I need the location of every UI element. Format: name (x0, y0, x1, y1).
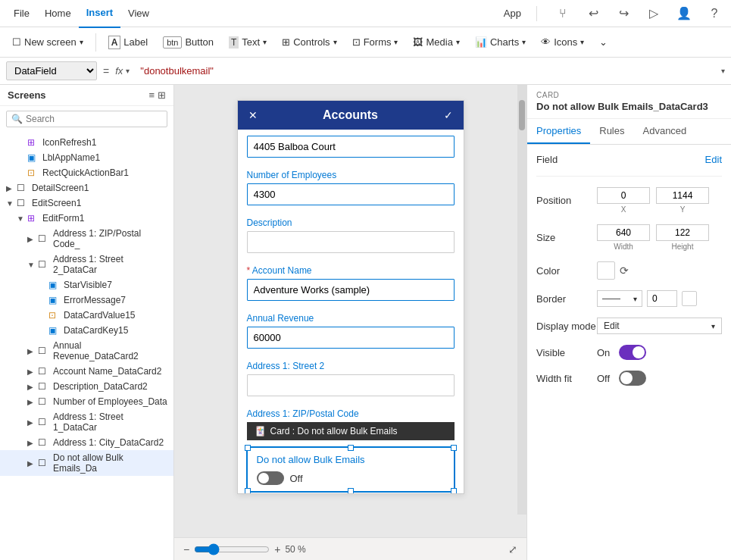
annual-revenue-label: Annual Revenue (247, 313, 455, 324)
tree-item-annualrevenue[interactable]: ▶ ☐ Annual Revenue_DataCard2 (0, 338, 173, 364)
prop-height-input[interactable] (656, 224, 709, 241)
more-button[interactable]: ⌄ (593, 33, 614, 51)
expand-icon[interactable]: ⤢ (508, 543, 517, 555)
tree-item-datacardkey15[interactable]: ▣ DataCardKey15 (0, 323, 173, 338)
border-line-preview: —— (602, 293, 620, 304)
controls-button[interactable]: ⊞ Controls ▾ (276, 33, 342, 51)
prop-position-row: Position X Y (536, 187, 722, 214)
annual-revenue-input[interactable] (247, 327, 455, 349)
tree-chevron: ▼ (27, 261, 38, 269)
color-picker-icon[interactable]: ⟳ (620, 264, 629, 277)
tree-item-address1street2[interactable]: ▼ ☐ Address 1: Street 2_DataCar (0, 252, 173, 277)
label-button[interactable]: A Label (102, 33, 154, 52)
tree-node-icon: ☐ (17, 198, 29, 208)
search-box: 🔍 (6, 111, 167, 127)
tree-node-icon: ▣ (48, 295, 61, 305)
color-swatch[interactable] (597, 261, 615, 280)
menu-insert[interactable]: Insert (79, 0, 120, 28)
prop-field-edit[interactable]: Edit (705, 154, 722, 165)
tree-item-address1street1[interactable]: ▶ ☐ Address 1: Street 1_DataCar (0, 409, 173, 435)
bulk-email-toggle[interactable] (257, 471, 284, 485)
search-input[interactable] (26, 114, 162, 124)
formula-dropdown-icon[interactable]: ▾ (721, 67, 725, 75)
visible-toggle[interactable] (619, 345, 646, 360)
tree-item-iconrefresh1[interactable]: ⊞ IconRefresh1 (0, 135, 173, 150)
text-button[interactable]: T Text ▾ (223, 33, 273, 52)
forms-button[interactable]: ⊡ Forms ▾ (346, 33, 405, 51)
user-icon[interactable]: 👤 (673, 3, 695, 24)
prop-border-style-select[interactable]: —— ▾ (597, 290, 642, 307)
label-icon: A (108, 36, 121, 49)
tree-item-description[interactable]: ▶ ☐ Description_DataCard2 (0, 379, 173, 394)
formula-field-select[interactable]: DataField (6, 61, 97, 80)
menu-home[interactable]: Home (37, 0, 79, 27)
tree-item-label: Address 1: City_DataCard2 (53, 437, 167, 448)
menu-file[interactable]: File (6, 0, 37, 27)
icons-button[interactable]: 👁 Icons ▾ (535, 33, 590, 51)
prop-x-input[interactable] (597, 187, 650, 204)
tab-rules[interactable]: Rules (590, 119, 633, 144)
tab-properties[interactable]: Properties (527, 119, 590, 144)
fx-chevron: ▾ (126, 67, 130, 75)
branch-icon[interactable]: ⑂ (552, 3, 573, 24)
tree-item-donotbulkemail[interactable]: ▶ ☐ Do not allow Bulk Emails_Da (0, 450, 173, 476)
zoom-out-button[interactable]: − (183, 543, 189, 555)
tree-item-rectquickactionbar1[interactable]: ⊡ RectQuickActionBar1 (0, 165, 173, 180)
tree-item-starvisible7[interactable]: ▣ StarVisible7 (0, 277, 173, 293)
prop-border-controls: —— ▾ (597, 290, 697, 307)
num-employees-input[interactable] (247, 183, 455, 205)
new-screen-label: New screen (24, 36, 77, 48)
tree-item-editform1[interactable]: ▼ ⊞ EditForm1 (0, 211, 173, 226)
zoom-in-button[interactable]: + (274, 543, 280, 555)
controls-icon: ⊞ (282, 36, 290, 48)
menu-view[interactable]: View (120, 0, 157, 27)
panel-icons: ≡ ⊞ (148, 89, 166, 101)
selection-handle-bm (348, 488, 354, 493)
account-name-input[interactable] (247, 279, 455, 301)
charts-label: Charts (490, 36, 519, 48)
prop-display-mode-select[interactable]: Edit ▾ (597, 318, 722, 334)
address1-street2-input[interactable] (247, 374, 455, 396)
redo-icon[interactable]: ↪ (613, 3, 634, 24)
button-button[interactable]: btn Button (157, 33, 220, 52)
prop-position-value: X Y (597, 187, 722, 214)
tree-item-datacardvalue15[interactable]: ⊡ DataCardValue15 (0, 308, 173, 323)
address1-zip-label: Address 1: ZIP/Postal Code (247, 408, 455, 419)
street-input[interactable] (247, 136, 455, 158)
play-icon[interactable]: ▷ (643, 3, 664, 24)
width-fit-toggle[interactable] (619, 371, 646, 386)
tree-item-lblappname1[interactable]: ▣ LblAppName1 (0, 150, 173, 165)
tree-item-detailscreen1[interactable]: ▶ ☐ DetailScreen1 (0, 180, 173, 196)
zoom-slider[interactable] (194, 543, 270, 555)
tree-item-editscreen1[interactable]: ▼ ☐ EditScreen1 (0, 196, 173, 211)
tree-item-errormessage7[interactable]: ▣ ErrorMessage7 (0, 293, 173, 308)
grid-view-icon[interactable]: ⊞ (158, 89, 166, 101)
tab-advanced[interactable]: Advanced (634, 119, 696, 144)
form-header: ✕ Accounts ✓ (238, 101, 464, 130)
prop-color-row: Color ⟳ (536, 261, 722, 280)
checkmark-icon[interactable]: ✓ (444, 109, 453, 121)
prop-border-width-input[interactable] (647, 290, 677, 307)
tree-item-accountname[interactable]: ▶ ☐ Account Name_DataCard2 (0, 364, 173, 379)
charts-button[interactable]: 📊 Charts ▾ (469, 33, 532, 51)
list-view-icon[interactable]: ≡ (148, 89, 155, 101)
description-input[interactable] (247, 231, 455, 253)
tree-item-label: IconRefresh1 (42, 137, 167, 148)
tree-item-address1city[interactable]: ▶ ☐ Address 1: City_DataCard2 (0, 435, 173, 450)
new-screen-button[interactable]: ☐ New screen ▾ (6, 33, 89, 51)
right-panel-card-label: CARD (536, 91, 722, 99)
tree-item-address1zip[interactable]: ▶ ☐ Address 1: ZIP/Postal Code_ (0, 226, 173, 252)
canvas-scrollbar[interactable] (517, 85, 526, 515)
formula-input[interactable] (136, 63, 715, 79)
tree-item-numemployees[interactable]: ▶ ☐ Number of Employees_Data (0, 394, 173, 409)
close-icon[interactable]: ✕ (248, 109, 258, 121)
undo-icon[interactable]: ↩ (583, 3, 604, 24)
prop-width-input[interactable] (597, 224, 650, 241)
bulk-email-card[interactable]: Do not allow Bulk Emails Off (246, 446, 455, 493)
border-color-swatch[interactable] (682, 291, 697, 306)
visible-toggle-thumb (633, 346, 645, 358)
help-icon[interactable]: ? (704, 3, 725, 24)
prop-y-input[interactable] (656, 187, 709, 204)
media-button[interactable]: 🖼 Media ▾ (407, 33, 465, 51)
tree-node-icon: ⊞ (27, 137, 39, 148)
